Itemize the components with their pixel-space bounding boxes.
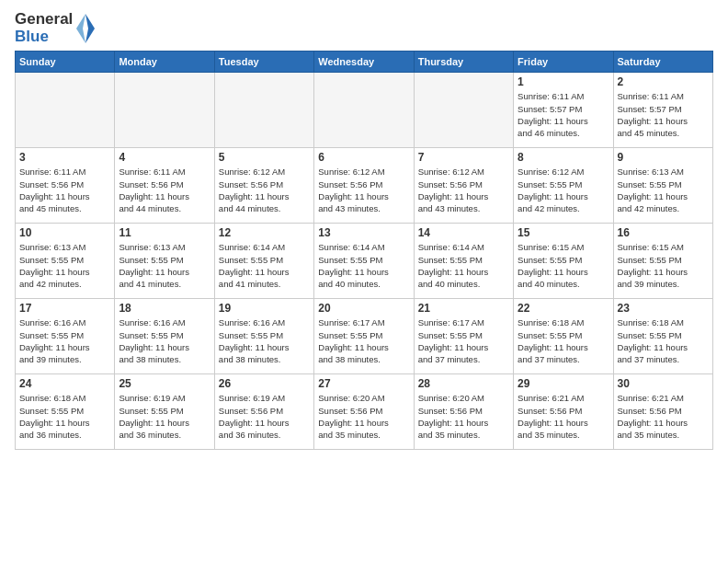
calendar-cell: 16Sunrise: 6:15 AMSunset: 5:55 PMDayligh… [613, 224, 712, 299]
calendar-cell [214, 73, 313, 148]
day-number: 18 [119, 302, 210, 315]
calendar-cell: 7Sunrise: 6:12 AMSunset: 5:56 PMDaylight… [414, 148, 513, 224]
day-info: Sunrise: 6:13 AMSunset: 5:55 PMDaylight:… [618, 166, 709, 214]
day-info: Sunrise: 6:12 AMSunset: 5:55 PMDaylight:… [518, 166, 609, 214]
calendar-cell: 27Sunrise: 6:20 AMSunset: 5:56 PMDayligh… [314, 374, 414, 450]
day-number: 29 [518, 377, 609, 390]
day-info: Sunrise: 6:18 AMSunset: 5:55 PMDaylight:… [618, 316, 709, 365]
day-number: 4 [119, 151, 210, 164]
day-number: 23 [618, 302, 709, 315]
calendar-cell: 28Sunrise: 6:20 AMSunset: 5:56 PMDayligh… [414, 374, 513, 450]
day-info: Sunrise: 6:11 AMSunset: 5:56 PMDaylight:… [119, 166, 210, 214]
calendar-day-header: Thursday [414, 52, 513, 73]
calendar-week-row: 1Sunrise: 6:11 AMSunset: 5:57 PMDaylight… [16, 73, 713, 148]
day-info: Sunrise: 6:14 AMSunset: 5:55 PMDaylight:… [318, 241, 409, 290]
day-number: 11 [119, 226, 210, 239]
day-number: 22 [518, 302, 609, 315]
calendar-day-header: Tuesday [214, 52, 313, 73]
day-number: 28 [418, 377, 509, 390]
day-number: 17 [19, 302, 110, 315]
day-number: 14 [418, 226, 509, 239]
day-number: 24 [19, 377, 110, 390]
day-info: Sunrise: 6:12 AMSunset: 5:56 PMDaylight:… [318, 166, 409, 214]
calendar-cell: 6Sunrise: 6:12 AMSunset: 5:56 PMDaylight… [314, 148, 414, 224]
day-number: 7 [418, 151, 509, 164]
day-number: 1 [518, 75, 609, 88]
day-number: 5 [219, 151, 310, 164]
day-number: 30 [618, 377, 709, 390]
day-number: 13 [318, 226, 409, 239]
calendar-cell: 26Sunrise: 6:19 AMSunset: 5:56 PMDayligh… [214, 374, 313, 450]
day-info: Sunrise: 6:19 AMSunset: 5:55 PMDaylight:… [119, 392, 210, 441]
day-info: Sunrise: 6:14 AMSunset: 5:55 PMDaylight:… [219, 241, 310, 290]
logo-blue: Blue [15, 29, 49, 46]
header: General Blue [15, 11, 713, 45]
day-number: 3 [19, 151, 110, 164]
calendar-cell: 25Sunrise: 6:19 AMSunset: 5:55 PMDayligh… [115, 374, 214, 450]
calendar-day-header: Sunday [16, 52, 115, 73]
day-number: 10 [19, 226, 110, 239]
day-info: Sunrise: 6:15 AMSunset: 5:55 PMDaylight:… [518, 241, 609, 290]
svg-marker-0 [85, 14, 95, 43]
day-number: 16 [618, 226, 709, 239]
calendar-cell: 15Sunrise: 6:15 AMSunset: 5:55 PMDayligh… [514, 224, 613, 299]
day-info: Sunrise: 6:15 AMSunset: 5:55 PMDaylight:… [618, 241, 709, 290]
calendar-cell: 4Sunrise: 6:11 AMSunset: 5:56 PMDaylight… [115, 148, 214, 224]
svg-marker-1 [76, 14, 85, 43]
day-info: Sunrise: 6:13 AMSunset: 5:55 PMDaylight:… [19, 241, 110, 290]
day-info: Sunrise: 6:13 AMSunset: 5:55 PMDaylight:… [119, 241, 210, 290]
day-info: Sunrise: 6:17 AMSunset: 5:55 PMDaylight:… [418, 316, 509, 365]
logo-general: General [15, 11, 73, 29]
calendar-cell: 10Sunrise: 6:13 AMSunset: 5:55 PMDayligh… [16, 224, 115, 299]
day-info: Sunrise: 6:11 AMSunset: 5:57 PMDaylight:… [518, 90, 609, 139]
calendar-cell: 5Sunrise: 6:12 AMSunset: 5:56 PMDaylight… [214, 148, 313, 224]
calendar-day-header: Monday [115, 52, 214, 73]
calendar-cell: 17Sunrise: 6:16 AMSunset: 5:55 PMDayligh… [16, 299, 115, 374]
calendar-cell: 23Sunrise: 6:18 AMSunset: 5:55 PMDayligh… [613, 299, 712, 374]
calendar-cell: 9Sunrise: 6:13 AMSunset: 5:55 PMDaylight… [613, 148, 712, 224]
day-info: Sunrise: 6:11 AMSunset: 5:57 PMDaylight:… [618, 90, 709, 139]
calendar-cell: 1Sunrise: 6:11 AMSunset: 5:57 PMDaylight… [514, 73, 613, 148]
day-info: Sunrise: 6:21 AMSunset: 5:56 PMDaylight:… [618, 392, 709, 441]
day-number: 8 [518, 151, 609, 164]
calendar-week-row: 17Sunrise: 6:16 AMSunset: 5:55 PMDayligh… [16, 299, 713, 374]
calendar-cell: 12Sunrise: 6:14 AMSunset: 5:55 PMDayligh… [214, 224, 313, 299]
day-info: Sunrise: 6:20 AMSunset: 5:56 PMDaylight:… [418, 392, 509, 441]
calendar-cell: 30Sunrise: 6:21 AMSunset: 5:56 PMDayligh… [613, 374, 712, 450]
calendar-cell: 13Sunrise: 6:14 AMSunset: 5:55 PMDayligh… [314, 224, 414, 299]
day-number: 25 [119, 377, 210, 390]
calendar-cell [314, 73, 414, 148]
calendar-cell: 3Sunrise: 6:11 AMSunset: 5:56 PMDaylight… [16, 148, 115, 224]
calendar-cell [414, 73, 513, 148]
calendar-table: SundayMondayTuesdayWednesdayThursdayFrid… [15, 51, 713, 450]
calendar-cell: 29Sunrise: 6:21 AMSunset: 5:56 PMDayligh… [514, 374, 613, 450]
day-info: Sunrise: 6:12 AMSunset: 5:56 PMDaylight:… [219, 166, 310, 214]
calendar-cell: 20Sunrise: 6:17 AMSunset: 5:55 PMDayligh… [314, 299, 414, 374]
day-number: 9 [618, 151, 709, 164]
day-info: Sunrise: 6:18 AMSunset: 5:55 PMDaylight:… [19, 392, 110, 441]
day-number: 2 [618, 75, 709, 88]
day-number: 19 [219, 302, 310, 315]
day-info: Sunrise: 6:16 AMSunset: 5:55 PMDaylight:… [119, 316, 210, 365]
calendar-cell: 19Sunrise: 6:16 AMSunset: 5:55 PMDayligh… [214, 299, 313, 374]
day-info: Sunrise: 6:20 AMSunset: 5:56 PMDaylight:… [318, 392, 409, 441]
calendar-cell: 18Sunrise: 6:16 AMSunset: 5:55 PMDayligh… [115, 299, 214, 374]
day-info: Sunrise: 6:14 AMSunset: 5:55 PMDaylight:… [418, 241, 509, 290]
calendar-cell: 2Sunrise: 6:11 AMSunset: 5:57 PMDaylight… [613, 73, 712, 148]
day-info: Sunrise: 6:21 AMSunset: 5:56 PMDaylight:… [518, 392, 609, 441]
logo-area: General Blue [15, 11, 96, 45]
calendar-day-header: Saturday [613, 52, 712, 73]
day-number: 21 [418, 302, 509, 315]
calendar-day-header: Friday [514, 52, 613, 73]
day-number: 6 [318, 151, 409, 164]
day-info: Sunrise: 6:16 AMSunset: 5:55 PMDaylight:… [19, 316, 110, 365]
calendar-day-header: Wednesday [314, 52, 414, 73]
calendar-week-row: 10Sunrise: 6:13 AMSunset: 5:55 PMDayligh… [16, 224, 713, 299]
day-number: 15 [518, 226, 609, 239]
day-info: Sunrise: 6:11 AMSunset: 5:56 PMDaylight:… [19, 166, 110, 214]
logo-icon [75, 13, 96, 44]
calendar-cell [16, 73, 115, 148]
calendar-cell: 11Sunrise: 6:13 AMSunset: 5:55 PMDayligh… [115, 224, 214, 299]
day-info: Sunrise: 6:19 AMSunset: 5:56 PMDaylight:… [219, 392, 310, 441]
day-number: 27 [318, 377, 409, 390]
